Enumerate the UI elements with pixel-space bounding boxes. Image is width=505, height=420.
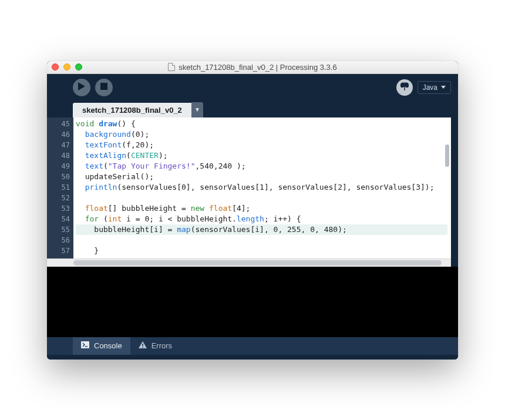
errors-tab[interactable]: Errors bbox=[130, 337, 180, 355]
line-number: 52 bbox=[47, 193, 70, 203]
chevron-down-icon bbox=[441, 86, 446, 89]
stop-icon bbox=[100, 83, 107, 92]
line-number: 47 bbox=[47, 140, 70, 150]
code-line[interactable]: background(0); bbox=[76, 130, 149, 139]
line-number-gutter: 45464748495051525354555657 bbox=[47, 117, 73, 258]
line-number: 53 bbox=[47, 203, 70, 214]
tab-menu-button[interactable]: ▼ bbox=[191, 102, 203, 117]
debug-button[interactable] bbox=[396, 79, 413, 96]
line-number: 51 bbox=[47, 182, 70, 193]
play-icon bbox=[78, 82, 85, 92]
code-line[interactable]: println(sensorValues[0], sensorValues[1]… bbox=[76, 183, 435, 191]
window-title-text: sketch_171208b_final_v0_2 | Processing 3… bbox=[179, 63, 336, 72]
code-line[interactable]: updateSerial(); bbox=[76, 172, 154, 181]
stop-button[interactable] bbox=[95, 79, 113, 96]
mac-titlebar: sketch_171208b_final_v0_2 | Processing 3… bbox=[47, 61, 458, 74]
butterfly-icon bbox=[400, 82, 409, 92]
svg-rect-2 bbox=[404, 82, 405, 90]
line-number: 48 bbox=[47, 150, 70, 161]
line-number: 46 bbox=[47, 129, 70, 140]
app-window: sketch_171208b_final_v0_2 | Processing 3… bbox=[47, 61, 458, 359]
file-icon bbox=[168, 63, 175, 71]
sketch-tab[interactable]: sketch_171208b_final_v0_2 bbox=[73, 103, 191, 117]
minimize-window-button[interactable] bbox=[63, 63, 70, 70]
footer-strip bbox=[47, 355, 458, 359]
line-number: 50 bbox=[47, 172, 70, 182]
tab-bar: sketch_171208b_final_v0_2 ▼ bbox=[47, 101, 458, 117]
line-number: 49 bbox=[47, 161, 70, 172]
line-number: 57 bbox=[47, 246, 70, 256]
window-title: sketch_171208b_final_v0_2 | Processing 3… bbox=[47, 63, 458, 72]
console-output[interactable] bbox=[47, 267, 458, 337]
horizontal-scrollbar-track[interactable] bbox=[47, 258, 451, 267]
horizontal-scrollbar-thumb[interactable] bbox=[73, 260, 442, 266]
zoom-window-button[interactable] bbox=[75, 63, 82, 70]
code-line[interactable]: text("Tap Your Fingers!",540,240 ); bbox=[76, 162, 246, 170]
svg-marker-0 bbox=[78, 82, 85, 90]
code-editor[interactable]: 45464748495051525354555657 void draw() {… bbox=[47, 117, 451, 258]
mode-label: Java bbox=[423, 83, 437, 92]
window-controls bbox=[52, 63, 82, 70]
code-line[interactable]: textAlign(CENTER); bbox=[76, 151, 168, 160]
warning-icon bbox=[139, 341, 147, 350]
svg-rect-7 bbox=[142, 347, 143, 348]
svg-rect-1 bbox=[100, 83, 107, 90]
code-line[interactable]: bubbleHeight[i] = map(sensorValues[i], 0… bbox=[76, 224, 447, 235]
console-tab-label: Console bbox=[94, 341, 122, 350]
mode-selector[interactable]: Java bbox=[418, 81, 451, 94]
toolbar: Java bbox=[47, 74, 458, 101]
chevron-down-icon: ▼ bbox=[194, 106, 200, 113]
status-bar: Console Errors bbox=[47, 337, 458, 355]
code-line[interactable]: for (int i = 0; i < bubbleHeight.length;… bbox=[76, 214, 301, 223]
line-number: 55 bbox=[47, 224, 70, 235]
line-number: 56 bbox=[47, 235, 70, 246]
svg-rect-6 bbox=[142, 344, 143, 346]
code-line[interactable]: void draw() { bbox=[76, 119, 136, 128]
line-number: 54 bbox=[47, 214, 70, 224]
code-line[interactable]: float[] bubbleHeight = new float[4]; bbox=[76, 204, 250, 213]
editor-area: 45464748495051525354555657 void draw() {… bbox=[47, 117, 458, 258]
close-window-button[interactable] bbox=[52, 63, 59, 70]
code-line[interactable]: } bbox=[76, 246, 99, 255]
code-content[interactable]: void draw() { background(0); textFont(f,… bbox=[73, 117, 451, 258]
console-icon bbox=[81, 341, 89, 350]
tab-label: sketch_171208b_final_v0_2 bbox=[82, 106, 182, 115]
errors-tab-label: Errors bbox=[152, 341, 172, 350]
code-line[interactable]: textFont(f,20); bbox=[76, 140, 154, 149]
line-number: 45 bbox=[47, 119, 70, 129]
vertical-scrollbar[interactable] bbox=[445, 145, 449, 167]
console-tab[interactable]: Console bbox=[73, 337, 130, 355]
run-button[interactable] bbox=[73, 79, 90, 96]
